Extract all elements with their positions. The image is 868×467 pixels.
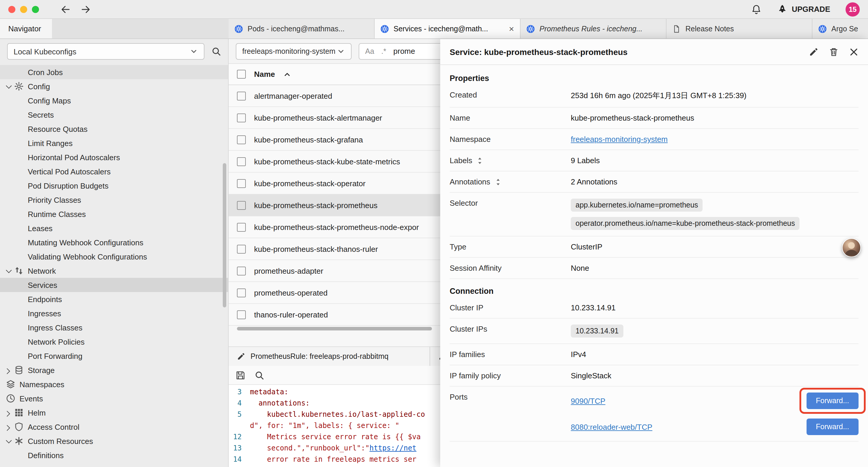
minimize-window-button[interactable] — [20, 6, 27, 13]
detail-row-session-affinity: Session AffinityNone — [450, 258, 859, 279]
sidebar-item-config-maps[interactable]: Config Maps — [0, 93, 228, 108]
sidebar-item-custom-resources[interactable]: Custom Resources — [0, 434, 228, 448]
row-checkbox[interactable] — [237, 201, 246, 209]
sidebar-item-secrets[interactable]: Secrets — [0, 108, 228, 122]
match-case-toggle[interactable]: Aa — [365, 47, 374, 55]
tab-pods-icecheng-mathmas[interactable]: Pods - icecheng@mathmas... — [229, 19, 375, 38]
forward-button[interactable]: Forward... — [806, 418, 859, 435]
sidebar-item-validating-webhook-configurations[interactable]: Validating Webhook Configurations — [0, 250, 228, 264]
zoom-window-button[interactable] — [32, 6, 39, 13]
row-checkbox[interactable] — [237, 157, 246, 166]
avatar[interactable] — [842, 238, 861, 257]
row-checkbox[interactable] — [237, 91, 246, 100]
chevron-down-icon — [6, 437, 12, 443]
edit-button[interactable] — [809, 47, 818, 56]
sidebar-item-network[interactable]: Network — [0, 264, 228, 278]
forward-button[interactable]: Forward... — [806, 392, 859, 409]
port-line: 8080:reloader-web/TCPForward... — [571, 418, 859, 435]
row-checkbox[interactable] — [237, 223, 246, 231]
row-checkbox[interactable] — [237, 244, 246, 253]
search-query-text: prome — [393, 47, 415, 56]
tabbar-gap — [52, 19, 229, 38]
name-column-header[interactable]: Name — [254, 70, 275, 79]
kubernetes-icon — [526, 25, 535, 33]
sidebar-item-endpoints[interactable]: Endpoints — [0, 292, 228, 306]
updown-icon[interactable] — [476, 156, 484, 165]
sidebar-item-services[interactable]: Services — [0, 278, 228, 292]
notifications-bell-icon[interactable] — [751, 4, 762, 14]
sidebar-item-priority-classes[interactable]: Priority Classes — [0, 193, 228, 207]
sidebar-item-runtime-classes[interactable]: Runtime Classes — [0, 207, 228, 221]
port-link[interactable]: 9090/TCP — [571, 396, 606, 405]
sidebar-item-resource-quotas[interactable]: Resource Quotas — [0, 122, 228, 136]
tab-release-notes[interactable]: Release Notes — [666, 19, 812, 38]
port-link[interactable]: 8080:reloader-web/TCP — [571, 422, 652, 431]
sidebar-item-definitions[interactable]: Definitions — [0, 448, 228, 462]
forward-button-nav[interactable] — [80, 4, 91, 14]
tab-prometheus-rules-icecheng[interactable]: Prometheus Rules - icecheng... — [521, 19, 666, 38]
line-number: 14 — [229, 454, 250, 465]
namespace-link[interactable]: freeleaps-monitoring-system — [571, 135, 668, 144]
regex-toggle[interactable]: .* — [381, 47, 386, 55]
sidebar-item-events[interactable]: Events — [0, 391, 228, 406]
sidebar-item-vertical-pod-autoscalers[interactable]: Vertical Pod Autoscalers — [0, 164, 228, 178]
sidebar-item-label: Vertical Pod Autoscalers — [28, 167, 111, 176]
sort-ascending-icon[interactable] — [283, 70, 291, 78]
row-checkbox[interactable] — [237, 113, 246, 122]
editor-search-icon[interactable] — [255, 370, 264, 380]
close-panel-button[interactable] — [849, 47, 859, 56]
sidebar-item-label: Custom Resources — [28, 437, 93, 445]
dock-tab-prometheusrule-freeleaps-prod-rabbitmq[interactable]: PrometheusRule: freeleaps-prod-rabbitmq — [229, 347, 430, 366]
kubeconfig-select[interactable]: Local Kubeconfigs — [7, 43, 205, 60]
select-all-checkbox[interactable] — [237, 70, 246, 79]
row-checkbox[interactable] — [237, 179, 246, 188]
code-text: annotations: — [250, 398, 310, 409]
sidebar-item-helm[interactable]: Helm — [0, 406, 228, 420]
chevron-right-icon — [4, 368, 10, 374]
detail-value: 9090/TCPForward...8080:reloader-web/TCPF… — [571, 392, 859, 435]
namespace-filter-select[interactable]: freeleaps-monitoring-system — [236, 43, 351, 59]
sidebar-item-storage[interactable]: Storage — [0, 363, 228, 377]
sidebar-item-leases[interactable]: Leases — [0, 221, 228, 235]
tab-services-icecheng-math[interactable]: Services - icecheng@math...× — [375, 19, 521, 38]
close-window-button[interactable] — [8, 6, 16, 13]
sidebar-item-pod-disruption-budgets[interactable]: Pod Disruption Budgets — [0, 178, 228, 193]
upgrade-button[interactable]: UPGRADE — [777, 4, 830, 14]
horizontal-scrollbar-thumb[interactable] — [237, 327, 432, 330]
sidebar-item-config[interactable]: Config — [0, 79, 228, 93]
row-checkbox[interactable] — [237, 135, 246, 144]
sidebar-item-label: Leases — [28, 224, 53, 233]
row-checkbox[interactable] — [237, 310, 246, 319]
database-icon — [14, 365, 24, 375]
save-icon[interactable] — [236, 370, 245, 380]
sidebar-item-cron-jobs[interactable]: Cron Jobs — [0, 65, 228, 79]
sidebar-item-limit-ranges[interactable]: Limit Ranges — [0, 136, 228, 150]
sidebar-item-ingresses[interactable]: Ingresses — [0, 306, 228, 320]
close-tab-icon[interactable]: × — [509, 24, 514, 33]
sidebar-search-icon[interactable] — [212, 47, 221, 56]
sidebar-item-label: Secrets — [28, 110, 54, 119]
notification-count-badge[interactable]: 15 — [845, 2, 860, 16]
updown-icon[interactable] — [494, 178, 502, 186]
kubeconfig-select-value: Local Kubeconfigs — [13, 47, 76, 56]
section-heading-connection: Connection — [450, 287, 859, 296]
row-checkbox[interactable] — [237, 288, 246, 297]
tab-argo-se[interactable]: Argo Se — [812, 19, 868, 38]
row-checkbox[interactable] — [237, 266, 246, 275]
detail-label: Ports — [450, 392, 571, 401]
grid-icon — [14, 408, 24, 417]
sidebar-item-mutating-webhook-configurations[interactable]: Mutating Webhook Configurations — [0, 235, 228, 250]
detail-row-name: Namekube-prometheus-stack-prometheus — [450, 108, 859, 129]
sidebar-item-ingress-classes[interactable]: Ingress Classes — [0, 320, 228, 334]
sidebar-item-horizontal-pod-autoscalers[interactable]: Horizontal Pod Autoscalers — [0, 150, 228, 164]
back-button[interactable] — [60, 4, 71, 14]
chevron-right-icon — [4, 411, 10, 416]
sidebar-item-label: Storage — [28, 366, 55, 375]
delete-button[interactable] — [829, 47, 838, 56]
sidebar-scrollbar[interactable] — [223, 163, 226, 308]
sidebar-item-namespaces[interactable]: Namespaces — [0, 377, 228, 391]
sidebar-item-access-control[interactable]: Access Control — [0, 420, 228, 434]
sidebar-item-port-forwarding[interactable]: Port Forwarding — [0, 349, 228, 363]
sidebar-item-network-policies[interactable]: Network Policies — [0, 334, 228, 349]
sidebar-item-label: Events — [20, 394, 43, 403]
